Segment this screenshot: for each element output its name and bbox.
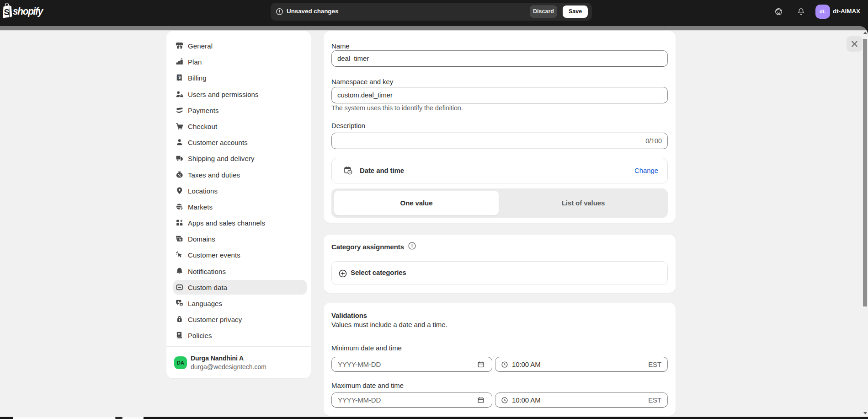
- svg-text:S: S: [4, 7, 10, 17]
- svg-text:$: $: [178, 75, 181, 80]
- svg-text:$: $: [181, 206, 183, 210]
